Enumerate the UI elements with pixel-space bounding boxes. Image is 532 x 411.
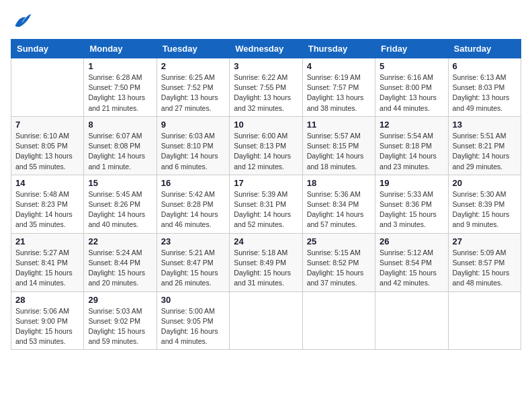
day-info: Sunrise: 6:13 AMSunset: 8:03 PMDaylight:… — [453, 73, 517, 113]
calendar-cell: 4Sunrise: 6:19 AMSunset: 7:57 PMDaylight… — [302, 58, 375, 117]
calendar-cell: 19Sunrise: 5:33 AMSunset: 8:36 PMDayligh… — [375, 175, 448, 233]
day-info: Sunrise: 6:16 AMSunset: 8:00 PMDaylight:… — [380, 73, 443, 113]
calendar-cell: 20Sunrise: 5:30 AMSunset: 8:39 PMDayligh… — [448, 175, 521, 233]
calendar-cell: 6Sunrise: 6:13 AMSunset: 8:03 PMDaylight… — [448, 58, 521, 117]
day-info: Sunrise: 5:03 AMSunset: 9:02 PMDaylight:… — [88, 306, 152, 347]
day-info: Sunrise: 5:12 AMSunset: 8:54 PMDaylight:… — [380, 248, 443, 289]
day-info: Sunrise: 5:24 AMSunset: 8:44 PMDaylight:… — [88, 248, 152, 289]
calendar-cell: 15Sunrise: 5:45 AMSunset: 8:26 PMDayligh… — [84, 175, 157, 233]
day-info: Sunrise: 5:42 AMSunset: 8:28 PMDaylight:… — [161, 189, 225, 230]
day-info: Sunrise: 6:19 AMSunset: 7:57 PMDaylight:… — [307, 73, 371, 113]
calendar-cell — [375, 291, 448, 350]
day-info: Sunrise: 5:51 AMSunset: 8:21 PMDaylight:… — [453, 131, 517, 172]
calendar-cell — [230, 291, 302, 350]
weekday-header: Wednesday — [230, 40, 302, 58]
day-info: Sunrise: 5:57 AMSunset: 8:15 PMDaylight:… — [307, 131, 371, 172]
calendar-header-row: SundayMondayTuesdayWednesdayThursdayFrid… — [11, 40, 521, 58]
day-number: 11 — [307, 120, 371, 130]
day-number: 6 — [453, 61, 517, 71]
weekday-header: Thursday — [302, 40, 375, 58]
calendar-cell: 9Sunrise: 6:03 AMSunset: 8:10 PMDaylight… — [157, 116, 229, 175]
day-number: 24 — [234, 236, 298, 246]
day-info: Sunrise: 5:36 AMSunset: 8:34 PMDaylight:… — [307, 189, 371, 230]
calendar-cell: 26Sunrise: 5:12 AMSunset: 8:54 PMDayligh… — [375, 233, 448, 291]
day-number: 27 — [453, 236, 517, 246]
day-number: 10 — [234, 120, 298, 130]
calendar-cell: 11Sunrise: 5:57 AMSunset: 8:15 PMDayligh… — [302, 116, 375, 175]
calendar-cell: 16Sunrise: 5:42 AMSunset: 8:28 PMDayligh… — [157, 175, 229, 233]
day-number: 20 — [453, 178, 517, 188]
calendar-cell: 28Sunrise: 5:06 AMSunset: 9:00 PMDayligh… — [11, 291, 84, 350]
weekday-header: Sunday — [11, 40, 84, 58]
calendar-cell: 10Sunrise: 6:00 AMSunset: 8:13 PMDayligh… — [230, 116, 302, 175]
weekday-header: Monday — [84, 40, 157, 58]
calendar-cell: 5Sunrise: 6:16 AMSunset: 8:00 PMDaylight… — [375, 58, 448, 117]
day-number: 5 — [380, 61, 443, 71]
calendar-cell: 27Sunrise: 5:09 AMSunset: 8:57 PMDayligh… — [448, 233, 521, 291]
calendar-cell: 18Sunrise: 5:36 AMSunset: 8:34 PMDayligh… — [302, 175, 375, 233]
day-number: 15 — [88, 178, 152, 188]
day-number: 28 — [15, 295, 79, 305]
day-info: Sunrise: 5:39 AMSunset: 8:31 PMDaylight:… — [234, 189, 298, 230]
day-number: 25 — [307, 236, 371, 246]
day-info: Sunrise: 6:03 AMSunset: 8:10 PMDaylight:… — [161, 131, 225, 172]
day-info: Sunrise: 5:45 AMSunset: 8:26 PMDaylight:… — [88, 189, 152, 230]
day-number: 4 — [307, 61, 371, 71]
day-number: 30 — [161, 295, 225, 305]
day-number: 23 — [161, 236, 225, 246]
weekday-header: Friday — [375, 40, 448, 58]
calendar-cell: 7Sunrise: 6:10 AMSunset: 8:05 PMDaylight… — [11, 116, 84, 175]
calendar-week-row: 1Sunrise: 6:28 AMSunset: 7:50 PMDaylight… — [11, 58, 521, 117]
day-info: Sunrise: 6:10 AMSunset: 8:05 PMDaylight:… — [15, 131, 79, 172]
calendar-table: SundayMondayTuesdayWednesdayThursdayFrid… — [11, 39, 521, 350]
calendar-week-row: 21Sunrise: 5:27 AMSunset: 8:41 PMDayligh… — [11, 233, 521, 291]
calendar-cell: 25Sunrise: 5:15 AMSunset: 8:52 PMDayligh… — [302, 233, 375, 291]
day-number: 12 — [380, 120, 443, 130]
day-info: Sunrise: 5:30 AMSunset: 8:39 PMDaylight:… — [453, 189, 517, 230]
calendar-cell: 3Sunrise: 6:22 AMSunset: 7:55 PMDaylight… — [230, 58, 302, 117]
day-info: Sunrise: 6:28 AMSunset: 7:50 PMDaylight:… — [88, 73, 152, 113]
day-info: Sunrise: 6:25 AMSunset: 7:52 PMDaylight:… — [161, 73, 225, 113]
calendar-cell: 24Sunrise: 5:18 AMSunset: 8:49 PMDayligh… — [230, 233, 302, 291]
calendar-cell: 8Sunrise: 6:07 AMSunset: 8:08 PMDaylight… — [84, 116, 157, 175]
day-number: 2 — [161, 61, 225, 71]
day-number: 16 — [161, 178, 225, 188]
day-info: Sunrise: 6:07 AMSunset: 8:08 PMDaylight:… — [88, 131, 152, 172]
day-number: 13 — [453, 120, 517, 130]
calendar-cell: 13Sunrise: 5:51 AMSunset: 8:21 PMDayligh… — [448, 116, 521, 175]
calendar-cell: 30Sunrise: 5:00 AMSunset: 9:05 PMDayligh… — [157, 291, 229, 350]
calendar-cell — [448, 291, 521, 350]
calendar-cell: 17Sunrise: 5:39 AMSunset: 8:31 PMDayligh… — [230, 175, 302, 233]
day-number: 22 — [88, 236, 152, 246]
day-info: Sunrise: 5:54 AMSunset: 8:18 PMDaylight:… — [380, 131, 443, 172]
day-info: Sunrise: 5:21 AMSunset: 8:47 PMDaylight:… — [161, 248, 225, 289]
calendar-cell: 21Sunrise: 5:27 AMSunset: 8:41 PMDayligh… — [11, 233, 84, 291]
day-info: Sunrise: 5:00 AMSunset: 9:05 PMDaylight:… — [161, 306, 225, 347]
day-info: Sunrise: 5:15 AMSunset: 8:52 PMDaylight:… — [307, 248, 371, 289]
day-number: 19 — [380, 178, 443, 188]
calendar-cell: 22Sunrise: 5:24 AMSunset: 8:44 PMDayligh… — [84, 233, 157, 291]
day-number: 17 — [234, 178, 298, 188]
day-info: Sunrise: 5:33 AMSunset: 8:36 PMDaylight:… — [380, 189, 443, 230]
calendar-cell: 12Sunrise: 5:54 AMSunset: 8:18 PMDayligh… — [375, 116, 448, 175]
calendar-cell — [11, 58, 84, 117]
day-info: Sunrise: 5:09 AMSunset: 8:57 PMDaylight:… — [453, 248, 517, 289]
day-number: 21 — [15, 236, 79, 246]
calendar-cell — [302, 291, 375, 350]
calendar-cell: 14Sunrise: 5:48 AMSunset: 8:23 PMDayligh… — [11, 175, 84, 233]
day-number: 14 — [15, 178, 79, 188]
calendar-cell: 29Sunrise: 5:03 AMSunset: 9:02 PMDayligh… — [84, 291, 157, 350]
day-info: Sunrise: 6:00 AMSunset: 8:13 PMDaylight:… — [234, 131, 298, 172]
day-number: 8 — [88, 120, 152, 130]
calendar-week-row: 28Sunrise: 5:06 AMSunset: 9:00 PMDayligh… — [11, 291, 521, 350]
calendar-week-row: 14Sunrise: 5:48 AMSunset: 8:23 PMDayligh… — [11, 175, 521, 233]
day-info: Sunrise: 6:22 AMSunset: 7:55 PMDaylight:… — [234, 73, 298, 113]
weekday-header: Tuesday — [157, 40, 229, 58]
day-info: Sunrise: 5:27 AMSunset: 8:41 PMDaylight:… — [15, 248, 79, 289]
calendar-cell: 23Sunrise: 5:21 AMSunset: 8:47 PMDayligh… — [157, 233, 229, 291]
day-info: Sunrise: 5:48 AMSunset: 8:23 PMDaylight:… — [15, 189, 79, 230]
page-header — [11, 11, 521, 32]
day-number: 3 — [234, 61, 298, 71]
day-number: 18 — [307, 178, 371, 188]
day-info: Sunrise: 5:18 AMSunset: 8:49 PMDaylight:… — [234, 248, 298, 289]
